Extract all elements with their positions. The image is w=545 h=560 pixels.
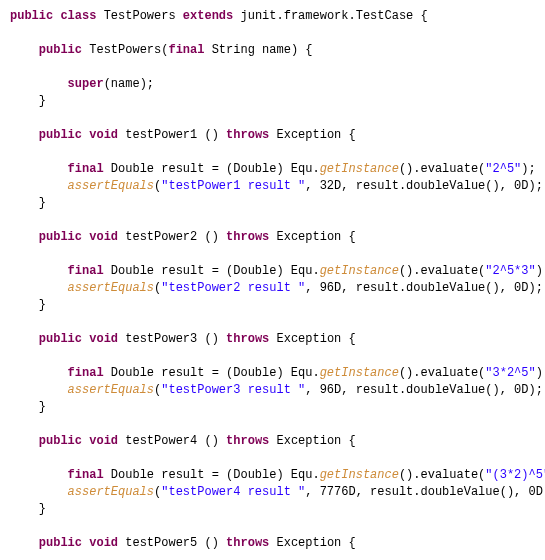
line: super(name); bbox=[10, 77, 154, 91]
line: final Double result = (Double) Equ.getIn… bbox=[10, 468, 545, 482]
line: assertEquals("testPower4 result ", 7776D… bbox=[10, 485, 545, 499]
line: } bbox=[10, 196, 46, 210]
line: final Double result = (Double) Equ.getIn… bbox=[10, 264, 545, 278]
kw-public: public bbox=[10, 9, 53, 23]
line: } bbox=[10, 502, 46, 516]
line: assertEquals("testPower1 result ", 32D, … bbox=[10, 179, 543, 193]
line: } bbox=[10, 94, 46, 108]
kw-extends: extends bbox=[183, 9, 233, 23]
line: final Double result = (Double) Equ.getIn… bbox=[10, 366, 545, 380]
line: } bbox=[10, 400, 46, 414]
line: assertEquals("testPower3 result ", 96D, … bbox=[10, 383, 543, 397]
line: public void testPower3 () throws Excepti… bbox=[10, 332, 356, 346]
line: public class TestPowers extends junit.fr… bbox=[10, 9, 428, 23]
line: assertEquals("testPower2 result ", 96D, … bbox=[10, 281, 543, 295]
line: public TestPowers(final String name) { bbox=[10, 43, 313, 57]
line: public void testPower4 () throws Excepti… bbox=[10, 434, 356, 448]
kw-class: class bbox=[60, 9, 96, 23]
line: final Double result = (Double) Equ.getIn… bbox=[10, 162, 536, 176]
line: public void testPower1 () throws Excepti… bbox=[10, 128, 356, 142]
line: public void testPower5 () throws Excepti… bbox=[10, 536, 356, 550]
line: } bbox=[10, 298, 46, 312]
line: public void testPower2 () throws Excepti… bbox=[10, 230, 356, 244]
code-block: public class TestPowers extends junit.fr… bbox=[10, 8, 535, 560]
